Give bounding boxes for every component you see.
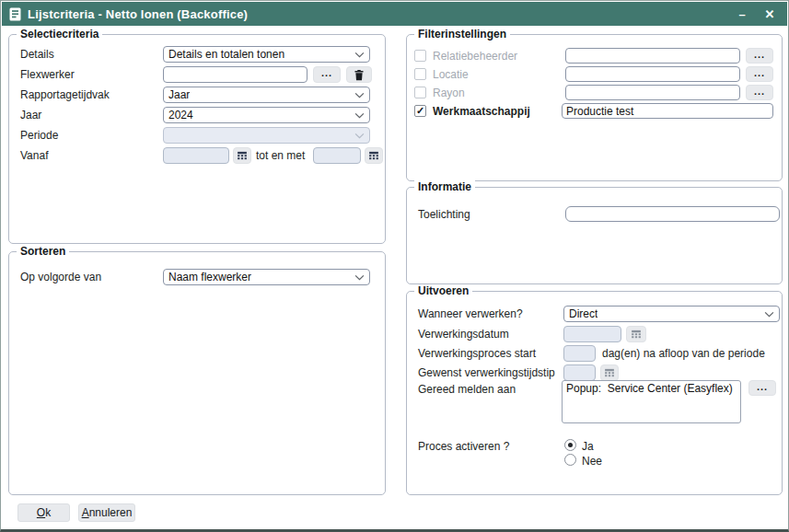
chevron-down-icon — [354, 92, 365, 98]
locatie-checkbox: ✓ — [414, 68, 426, 80]
verwerkingsdatum-label: Verwerkingsdatum — [418, 328, 509, 341]
dialog-window: Lijstcriteria - Netto lonen (Backoffice)… — [0, 0, 789, 532]
gereed-melden-aan-browse-button[interactable]: ... — [748, 380, 776, 396]
group-legend: Sorteren — [17, 245, 69, 258]
calendar-icon — [631, 329, 642, 340]
jaar-select[interactable]: 2024 — [163, 107, 370, 123]
titlebar: Lijstcriteria - Netto lonen (Backoffice)… — [2, 2, 787, 26]
chevron-down-icon — [354, 133, 365, 139]
proces-activeren-radio-ja[interactable] — [564, 439, 576, 451]
relatiebeheerder-input — [565, 48, 740, 64]
verwerkingsproces-start-input — [563, 345, 596, 362]
chevron-down-icon — [764, 311, 774, 318]
annuleren-button[interactable]: Annuleren — [78, 503, 135, 522]
group-legend: Filterinstellingen — [414, 28, 510, 40]
relatiebeheerder-browse-button[interactable]: ... — [746, 48, 773, 64]
verwerkingsproces-start-label: Verwerkingsproces start — [418, 347, 536, 360]
relatiebeheerder-checkbox: ✓ — [414, 50, 426, 62]
jaar-label: Jaar — [20, 109, 41, 121]
chevron-down-icon — [354, 274, 365, 281]
flexwerker-browse-button[interactable]: ... — [313, 66, 341, 83]
toelichting-input[interactable] — [565, 206, 780, 222]
group-uitvoeren: Uitvoeren Wanneer verwerken? Direct Verw… — [406, 291, 783, 495]
radio-ja-label: Ja — [582, 440, 594, 453]
group-sorteren: Sorteren Op volgorde van Naam flexwerker — [8, 251, 386, 495]
rapportagetijdvak-select[interactable]: Jaar — [163, 87, 370, 103]
chevron-down-icon — [354, 112, 365, 119]
vanaf-date-input[interactable] — [163, 147, 229, 164]
op-volgorde-select[interactable]: Naam flexwerker — [163, 269, 370, 285]
werkmaatschappij-input[interactable]: Productie test — [562, 103, 773, 119]
flexwerker-delete-button[interactable] — [346, 66, 372, 83]
rapportagetijdvak-label: Rapportagetijdvak — [20, 88, 110, 101]
chevron-down-icon — [354, 52, 365, 58]
group-legend: Selectiecriteria — [17, 28, 102, 40]
rayon-browse-button[interactable]: ... — [746, 85, 773, 100]
rayon-label: Rayon — [433, 87, 465, 99]
wanneer-verwerken-select[interactable]: Direct — [563, 306, 780, 322]
toelichting-label: Toelichting — [418, 208, 470, 221]
details-label: Details — [20, 48, 54, 61]
proces-activeren-label: Proces activeren ? — [418, 440, 509, 453]
document-icon — [9, 7, 21, 21]
gereed-melden-aan-label: Gereed melden aan — [418, 383, 516, 396]
gereed-melden-aan-textarea[interactable]: Popup: Service Center (Easyflex) — [562, 380, 741, 423]
verwerkingsproces-start-suffix: dag(en) na afloop van de periode — [602, 347, 765, 360]
window-title: Lijstcriteria - Netto lonen (Backoffice) — [28, 7, 248, 21]
relatiebeheerder-label: Relatiebeheerder — [433, 50, 517, 63]
calendar-icon — [237, 150, 248, 161]
periode-select — [163, 127, 370, 144]
proces-activeren-radio-nee[interactable] — [564, 454, 576, 466]
vanaf-calendar-button[interactable] — [233, 147, 251, 164]
flexwerker-label: Flexwerker — [20, 68, 75, 81]
werkmaatschappij-checkbox[interactable]: ✓ — [414, 105, 426, 117]
rayon-checkbox: ✓ — [414, 87, 426, 98]
verwerkingsdatum-calendar-button — [626, 326, 646, 342]
minimize-button[interactable]: – — [732, 4, 752, 24]
group-legend: Informatie — [414, 180, 475, 193]
gewenst-verwerkingstijdstip-calendar-button — [600, 364, 619, 381]
check-icon: ✓ — [416, 106, 424, 116]
ok-button[interactable]: Ok — [17, 503, 70, 522]
locatie-input — [565, 66, 740, 82]
tot-en-met-label: tot en met — [256, 149, 305, 162]
verwerkingsdatum-input — [563, 326, 621, 342]
vanaf-label: Vanaf — [20, 149, 48, 162]
group-filterinstellingen: Filterinstellingen ✓ Relatiebeheerder ..… — [406, 34, 783, 181]
calendar-icon — [368, 150, 379, 161]
gewenst-verwerkingstijdstip-label: Gewenst verwerkingstijdstip — [418, 366, 555, 379]
werkmaatschappij-label: Werkmaatschappij — [433, 105, 530, 118]
wanneer-verwerken-label: Wanneer verwerken? — [418, 307, 523, 320]
rayon-input — [565, 85, 740, 100]
flexwerker-input[interactable] — [163, 66, 307, 83]
trash-icon — [354, 69, 365, 81]
radio-nee-label: Nee — [582, 455, 602, 468]
close-button[interactable]: ✕ — [760, 4, 780, 24]
tot-en-met-date-input[interactable] — [313, 147, 361, 164]
gewenst-verwerkingstijdstip-input — [563, 364, 596, 381]
details-select[interactable]: Details en totalen tonen — [163, 46, 370, 63]
locatie-browse-button[interactable]: ... — [746, 66, 773, 82]
group-informatie: Informatie Toelichting — [406, 187, 783, 284]
calendar-icon — [604, 367, 615, 378]
op-volgorde-label: Op volgorde van — [20, 271, 101, 283]
group-selectiecriteria: Selectiecriteria Details Details en tota… — [8, 34, 386, 244]
tot-en-met-calendar-button[interactable] — [365, 147, 383, 164]
locatie-label: Locatie — [433, 68, 469, 81]
periode-label: Periode — [20, 129, 58, 142]
group-legend: Uitvoeren — [414, 284, 472, 297]
